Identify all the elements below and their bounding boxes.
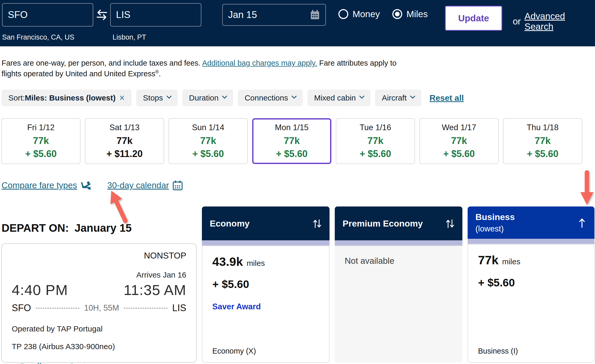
date-value: Jan 15 [228,9,257,20]
registered-mark: ® [155,70,159,75]
nonstop-badge: NONSTOP [12,251,186,261]
economy-title: Economy [210,218,250,229]
advanced-search-link[interactable]: Advanced Search [524,11,595,32]
tool-links-row: Compare fare types 30-day calendar [2,180,595,191]
route-dash-line [124,308,168,309]
business-miles-value: 77k [478,253,498,267]
update-button-label: Update [458,13,489,23]
route-dash-line [36,308,79,309]
update-button[interactable]: Update [445,6,502,31]
sort-chip-prefix: Sort: [8,93,25,102]
economy-fare-class: Economy (X) [212,347,256,355]
business-fare-cell[interactable]: 77k miles + $5.60 Business (I) [468,244,594,363]
origin-input[interactable]: SFO [2,3,93,27]
saver-award-link[interactable]: Saver Award [212,302,261,311]
premium-economy-fare-cell: Not available [335,246,462,363]
business-fare-class: Business (I) [478,347,518,355]
date-strip: Fri 1/12 77k + $5.60 Sat 1/13 77k + $11.… [1,118,595,164]
economy-miles-unit: miles [247,259,265,268]
thirty-day-calendar-link[interactable]: 30-day calendar [107,180,169,190]
chevron-down-icon [166,94,172,99]
date-card-fri-112[interactable]: Fri 1/12 77k + $5.60 [1,118,80,164]
chevron-down-icon [410,94,415,99]
destination-code: LIS [116,9,131,20]
business-column-header[interactable]: Business (lowest) [468,206,594,239]
business-column: Business (lowest) 77k miles + $5.60 Busi… [468,206,594,363]
miles-radio[interactable]: Miles [392,9,428,19]
miles-radio-circle[interactable] [392,9,402,19]
economy-column-accent-strip [202,240,330,246]
date-card-sun-114[interactable]: Sun 1/14 77k + $5.60 [169,118,248,164]
sort-chip-close-icon[interactable]: × [119,92,125,103]
depart-on-date: January 15 [75,222,132,234]
business-miles-unit: miles [502,257,520,266]
filter-bar: Sort: Miles: Business (lowest) × Stops D… [2,90,595,106]
sort-both-icon[interactable] [312,218,322,229]
economy-column-header[interactable]: Economy [202,206,330,240]
date-card-wed-117[interactable]: Wed 1/17 77k + $5.60 [419,118,499,164]
chevron-down-icon [60,362,65,364]
origin-city-label: San Francisco, CA, US [2,33,75,41]
filter-chip-aircraft[interactable]: Aircraft [375,90,421,106]
sort-chip-value: Miles: Business (lowest) [25,93,115,102]
premium-economy-title: Premium Economy [343,218,423,229]
business-column-accent-strip [468,239,594,244]
sort-ascending-icon[interactable] [577,216,587,229]
money-radio-circle[interactable] [338,9,348,19]
premium-economy-column-accent-strip [335,240,462,246]
swap-airports-button[interactable] [93,3,110,27]
destination-input[interactable]: LIS [110,3,201,27]
arrival-date: Arrives Jan 16 [12,271,186,279]
or-text: or [513,16,521,27]
bag-charges-link[interactable]: Additional bag charges may apply. [202,59,317,67]
business-title: Business [475,212,515,222]
flight-card: NONSTOP Arrives Jan 16 4:40 PM 11:35 AM … [1,243,197,363]
chevron-down-icon [359,94,364,99]
details-toggle[interactable]: Details [12,362,46,364]
business-fee: + $5.60 [478,277,584,289]
departure-time: 4:40 PM [12,281,68,298]
filter-chip-mixed-cabin[interactable]: Mixed cabin [307,90,370,106]
compare-fare-types-link[interactable]: Compare fare types [2,180,77,190]
date-card-tue-116[interactable]: Tue 1/16 77k + $5.60 [336,118,415,164]
seats-link[interactable]: Seats [69,362,90,364]
seat-icon [81,181,92,190]
not-available-text: Not available [345,254,453,266]
money-radio-label: Money [352,9,380,19]
chevron-down-icon [222,94,227,99]
destination-city-label: Lisbon, PT [113,33,146,41]
destination-airport-code: LIS [172,303,186,313]
operated-by-text: Operated by TAP Portugal [12,324,186,333]
fare-disclaimer-text: Fares are one-way, per person, and inclu… [2,59,202,67]
date-card-thu-118[interactable]: Thu 1/18 77k + $5.60 [503,118,582,164]
miles-radio-label: Miles [406,9,428,19]
premium-economy-column-header[interactable]: Premium Economy [335,206,462,240]
date-card-sat-113[interactable]: Sat 1/13 77k + $11.20 [85,118,164,164]
swap-icon [95,9,109,21]
date-card-mon-115-selected[interactable]: Mon 1/15 77k + $5.60 [252,118,331,164]
origin-airport-code: SFO [12,303,31,313]
origin-code: SFO [8,9,28,20]
filter-chip-connections[interactable]: Connections [238,90,303,106]
economy-column: Economy 43.9k miles + $5.60 Saver Award … [202,206,330,363]
chevron-down-icon [292,94,297,99]
depart-on-label: DEPART ON: [2,222,69,234]
thirty-day-calendar[interactable]: 30-day calendar [107,180,183,191]
filter-chip-duration[interactable]: Duration [182,90,233,106]
compare-fare-types[interactable]: Compare fare types [2,180,92,190]
reset-all-link[interactable]: Reset all [430,93,464,103]
premium-economy-column: Premium Economy Not available [335,206,462,363]
economy-fare-cell[interactable]: 43.9k miles + $5.60 Saver Award Economy … [202,246,330,363]
seats-toggle[interactable]: Seats [60,362,90,364]
calendar-icon [172,180,183,191]
money-radio[interactable]: Money [338,9,380,19]
calendar-icon [310,9,320,20]
annotation-arrow-calendar [102,185,134,227]
filter-chip-stops[interactable]: Stops [136,90,178,106]
sort-both-icon[interactable] [445,218,455,229]
sort-chip[interactable]: Sort: Miles: Business (lowest) × [2,90,132,106]
fare-disclaimer: Fares are one-way, per person, and inclu… [2,58,408,79]
date-input[interactable]: Jan 15 [222,4,326,26]
details-link[interactable]: Details [20,362,46,364]
business-subtitle: (lowest) [475,224,515,234]
